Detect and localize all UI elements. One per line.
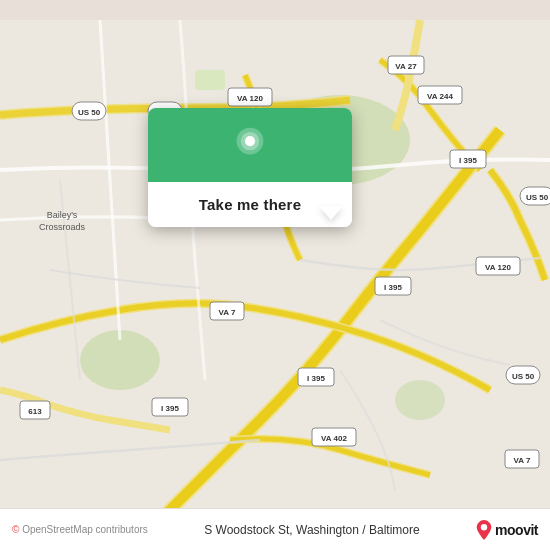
svg-point-42 [481,524,487,530]
svg-rect-4 [195,70,225,90]
svg-text:Bailey's: Bailey's [47,210,78,220]
svg-text:US 50: US 50 [526,193,549,202]
bottom-bar: © OpenStreetMap contributors S Woodstock… [0,508,550,550]
svg-text:I 395: I 395 [307,374,325,383]
moovit-pin-icon [476,520,492,540]
map-background: VA 27 US 50 US 50 VA 120 VA 244 I 395 US… [0,0,550,550]
svg-text:VA 244: VA 244 [427,92,453,101]
svg-text:VA 120: VA 120 [485,263,511,272]
popup-header [148,108,352,182]
svg-text:US 50: US 50 [78,108,101,117]
svg-point-41 [245,136,255,146]
svg-text:VA 27: VA 27 [395,62,417,71]
moovit-logo: moovit [476,520,538,540]
svg-text:Crossroads: Crossroads [39,222,86,232]
svg-text:I 395: I 395 [459,156,477,165]
take-me-there-button[interactable]: Take me there [148,182,352,227]
location-pin-icon [229,126,271,168]
popup-tail [319,206,343,220]
map-container: VA 27 US 50 US 50 VA 120 VA 244 I 395 US… [0,0,550,550]
svg-text:I 395: I 395 [161,404,179,413]
svg-text:I 395: I 395 [384,283,402,292]
svg-text:VA 120: VA 120 [237,94,263,103]
svg-point-3 [395,380,445,420]
svg-text:VA 402: VA 402 [321,434,347,443]
location-label: S Woodstock St, Washington / Baltimore [156,523,468,537]
svg-text:US 50: US 50 [512,372,535,381]
attribution: © OpenStreetMap contributors [12,524,148,535]
svg-text:613: 613 [28,407,42,416]
svg-text:VA 7: VA 7 [219,308,236,317]
svg-text:VA 7: VA 7 [514,456,531,465]
moovit-text: moovit [495,522,538,538]
